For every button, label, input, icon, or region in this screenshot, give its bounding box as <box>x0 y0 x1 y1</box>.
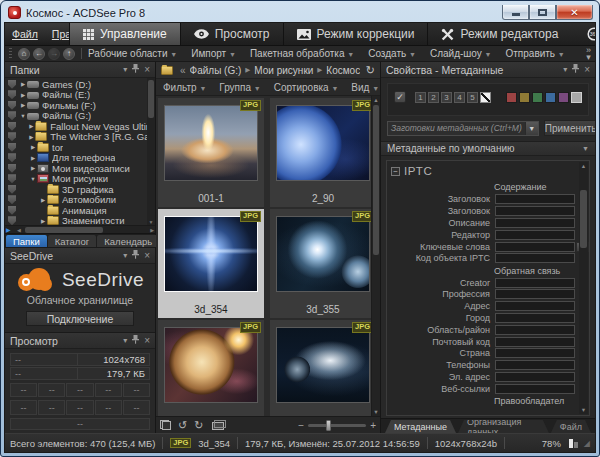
menu-item-1[interactable]: Прав <box>45 28 69 40</box>
pin-icon[interactable] <box>132 64 139 75</box>
tree-item[interactable]: ▶Мои видеозаписи <box>5 163 147 174</box>
filter-menu-1[interactable]: Группа ▼ <box>219 82 260 93</box>
rating-button-3[interactable]: 3 <box>441 92 452 103</box>
metadata-field-input[interactable] <box>495 194 575 204</box>
metadata-field-input[interactable] <box>495 253 575 263</box>
rotate-right-icon[interactable]: ↻ <box>194 420 203 431</box>
left-tab-1[interactable]: Каталог <box>48 235 97 247</box>
metadata-field-input[interactable] <box>495 289 575 299</box>
chevron-down-icon[interactable]: ▼ <box>525 122 538 135</box>
close-icon[interactable]: × <box>584 66 590 74</box>
metadata-field-input[interactable] <box>495 278 575 288</box>
close-icon[interactable]: × <box>144 66 150 74</box>
thumbnail-item[interactable]: JPG001-1 <box>158 98 264 207</box>
rating-button-4[interactable]: 4 <box>454 92 465 103</box>
thumbnail-item[interactable]: JPG3d_354 <box>158 209 264 318</box>
rating-button-2[interactable]: 2 <box>428 92 439 103</box>
toolbar-menu-0[interactable]: Рабочие области ▼ <box>88 48 177 59</box>
properties-tab-0[interactable]: Метаданные <box>385 420 456 433</box>
zoom-out-button[interactable]: − <box>298 420 304 431</box>
toolbar-menu-1[interactable]: Импорт ▼ <box>191 48 236 59</box>
quick-jump-icon[interactable]: ▶ <box>6 227 11 233</box>
metadata-field-input[interactable] <box>495 337 575 347</box>
properties-tab-1[interactable]: Организация данных <box>458 420 549 433</box>
clear-rating-icon[interactable] <box>480 92 491 103</box>
stack-icon[interactable] <box>212 421 224 430</box>
pin-icon[interactable] <box>572 64 579 75</box>
tree-item[interactable]: ▶tor <box>5 142 147 153</box>
mode-tab-4[interactable]: 365365 <box>571 23 596 45</box>
zoom-in-button[interactable]: + <box>370 420 376 431</box>
color-label-1[interactable] <box>519 92 530 103</box>
close-button[interactable]: ✕ <box>556 5 593 20</box>
expand-closed-icon[interactable]: ▶ <box>19 102 27 108</box>
rating-button-1[interactable]: 1 <box>415 92 426 103</box>
apply-button[interactable]: Применить <box>544 120 596 136</box>
metadata-field-input[interactable] <box>495 301 575 311</box>
refresh-icon[interactable]: ↻ <box>366 64 375 77</box>
tree-item[interactable]: ▶Файлы (E:) <box>5 90 147 101</box>
default-metadata-header[interactable]: Метаданные по умолчанию ▼ <box>381 141 595 156</box>
tree-item[interactable]: ▶Автомобили <box>5 195 147 206</box>
expand-open-icon[interactable]: ▼ <box>29 176 37 182</box>
pin-icon[interactable] <box>132 250 139 261</box>
filter-menu-0[interactable]: Фильтр ▼ <box>163 82 206 93</box>
metadata-field-input[interactable] <box>495 230 575 240</box>
transfer-icon[interactable] <box>160 420 171 430</box>
metadata-field-input[interactable] <box>495 218 575 228</box>
rotate-left-icon[interactable]: ↺ <box>178 420 187 431</box>
collapse-icon[interactable]: − <box>391 167 400 176</box>
metadata-field-input[interactable] <box>495 384 575 394</box>
metadata-presets-dropdown[interactable]: Заготовки метаданных (Ctrl+M) ▼ <box>387 121 539 136</box>
metadata-field-input[interactable] <box>495 348 575 358</box>
left-tab-2[interactable]: Календарь <box>97 235 159 247</box>
tree-item[interactable]: ▶The Witcher 3 [R.G. Games <box>5 132 147 143</box>
color-label-0[interactable] <box>506 92 517 103</box>
expand-closed-icon[interactable]: ▶ <box>39 197 47 203</box>
chevron-down-icon[interactable]: ▾ <box>123 252 127 260</box>
mode-tab-1[interactable]: Просмотр <box>180 23 283 45</box>
left-tab-0[interactable]: Папки <box>6 235 47 247</box>
metadata-field-input[interactable] <box>495 242 575 252</box>
thumbnail-scrollbar[interactable]: ▲▼ <box>371 96 380 416</box>
toolbar-menu-5[interactable]: Отправить ▼ <box>505 48 564 59</box>
breadcrumb-item[interactable]: Файлы (G:) <box>190 65 242 76</box>
toolbar-grip[interactable] <box>9 48 12 59</box>
tree-item[interactable]: ▼Файлы (G:) <box>5 111 147 122</box>
tree-item[interactable]: ▼Мои рисунки <box>5 174 147 185</box>
expand-closed-icon[interactable]: ▶ <box>27 134 35 140</box>
maximize-button[interactable] <box>529 5 556 20</box>
back-icon[interactable]: ← <box>33 48 45 60</box>
tree-item[interactable]: 3D графика <box>5 184 147 195</box>
thumbnail-item[interactable]: JPG2_90 <box>270 98 376 207</box>
mode-tab-2[interactable]: Режим коррекции <box>283 23 428 45</box>
metadata-field-input[interactable] <box>495 360 575 370</box>
home-icon[interactable]: ⌂ <box>18 48 30 60</box>
mode-tab-3[interactable]: Режим редактора <box>427 23 571 45</box>
tree-item[interactable]: Анимация <box>5 205 147 216</box>
metadata-field-input[interactable] <box>495 325 575 335</box>
iptc-scrollbar[interactable]: ▲▼ <box>579 162 588 414</box>
properties-tab-2[interactable]: Файл <box>551 420 591 433</box>
breadcrumb-item[interactable]: Космос <box>326 65 360 76</box>
thumbnail-item[interactable]: JPG3d_357 <box>270 320 376 416</box>
chevron-down-icon[interactable]: ▾ <box>563 66 567 74</box>
expand-closed-icon[interactable]: ▶ <box>29 165 37 171</box>
tree-item[interactable]: ▶Games (D:) <box>5 79 147 90</box>
color-label-5[interactable] <box>571 92 582 103</box>
resize-grip[interactable]: ◢ <box>584 439 590 448</box>
menu-item-0[interactable]: Файл <box>5 28 45 40</box>
color-label-2[interactable] <box>532 92 543 103</box>
zoom-slider-track[interactable] <box>308 424 366 427</box>
mode-tab-0[interactable]: Управление <box>69 23 180 45</box>
expand-closed-icon[interactable]: ▶ <box>29 155 37 161</box>
pin-icon[interactable] <box>132 335 139 346</box>
chevron-down-icon[interactable]: ▾ <box>123 66 127 74</box>
title-bar[interactable]: Космос - ACDSee Pro 8 ✕ <box>1 1 599 22</box>
toolbar-menu-2[interactable]: Пакетная обработка ▼ <box>250 48 354 59</box>
tree-item[interactable]: ▶Знаменитости <box>5 216 147 226</box>
metadata-field-input[interactable] <box>495 372 575 382</box>
thumbnail-item[interactable]: JPG3d_356 <box>158 320 264 416</box>
expand-closed-icon[interactable]: ▶ <box>27 123 35 129</box>
seedrive-connect-button[interactable]: Подключение <box>26 311 134 326</box>
